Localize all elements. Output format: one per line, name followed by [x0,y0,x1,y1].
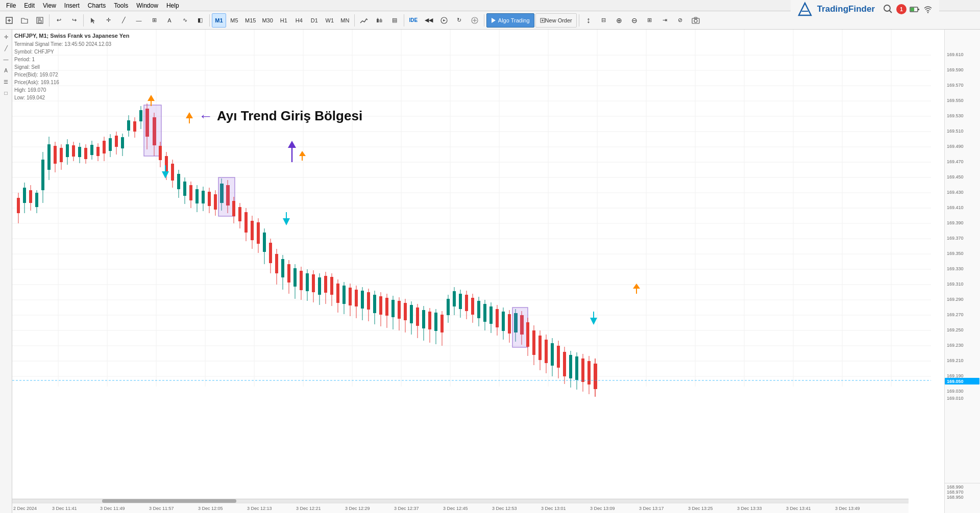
svg-rect-76 [35,193,38,207]
price-label-2: 169.570 [947,83,964,88]
tf-logo-icon [797,1,813,17]
chart-type-candle[interactable] [372,13,386,28]
scroll-thumb[interactable] [102,499,236,503]
undo-button[interactable]: ↩ [52,13,66,28]
zoom-in-button[interactable]: ↕ [581,13,596,28]
svg-rect-142 [232,201,235,216]
menu-window[interactable]: Window [132,1,162,10]
candle-group-11 [373,291,407,332]
tf-mn[interactable]: MN [338,13,352,28]
algo-trading-button[interactable]: Algo Trading [486,13,534,28]
svg-rect-230 [502,312,505,331]
tf-d1[interactable]: D1 [307,13,322,28]
menu-edit[interactable]: Edit [20,1,39,10]
lt-line[interactable]: ╱ [1,43,11,53]
hline-button[interactable]: — [132,13,146,28]
ide-button[interactable]: IDE [406,13,421,28]
svg-rect-100 [109,138,112,151]
price-label-13: 169.350 [947,251,964,256]
svg-rect-86 [66,144,69,157]
svg-rect-110 [139,110,142,121]
autoscroll-button[interactable]: ⇥ [658,13,672,28]
svg-rect-115 [144,105,161,156]
scroll-bar[interactable] [12,499,909,503]
svg-rect-127 [189,185,192,200]
price-label-10: 169.410 [947,205,964,210]
new-order-label: New Order [545,17,572,23]
svg-point-28 [927,12,928,13]
menu-insert[interactable]: Insert [60,1,84,10]
svg-rect-94 [90,145,93,155]
back-button[interactable]: ◀◀ [422,13,436,28]
new-order-button[interactable]: New Order [535,13,577,28]
svg-rect-228 [496,309,499,327]
menu-file[interactable]: File [2,1,20,10]
menu-charts[interactable]: Charts [84,1,110,10]
svg-rect-27 [911,8,914,11]
period-sep-button[interactable]: ⊘ [673,13,688,28]
redo-button[interactable]: ↪ [67,13,81,28]
zoom-minus-button[interactable]: ⊖ [627,13,642,28]
time-label-1: 3 Dec 11:41 [52,506,77,511]
svg-rect-168 [312,274,315,292]
tf-h1[interactable]: H1 [277,13,291,28]
zoom-out-button[interactable]: ⊕ [612,13,626,28]
save-button[interactable] [33,13,47,28]
menu-view[interactable]: View [39,1,60,10]
svg-rect-80 [47,144,51,170]
price-label-20: 169.210 [947,358,964,363]
lt-text[interactable]: A [1,65,11,75]
open-button[interactable] [17,13,32,28]
tf-w1[interactable]: W1 [323,13,337,28]
screenshot-button[interactable] [689,13,703,28]
svg-rect-259 [587,361,591,384]
tf-m5[interactable]: M5 [227,13,241,28]
lt-fib[interactable]: ☰ [1,76,11,87]
tf-h4[interactable]: H4 [292,13,306,28]
lt-cursor[interactable]: ✛ [1,32,11,42]
indicator-button[interactable] [468,13,482,28]
svg-rect-72 [23,188,26,203]
chart-type-bar[interactable]: ▤ [387,13,402,28]
chart-panel[interactable]: ← Ayı Trend Giriş Bölgesi CHFJPY, M1; Sw… [12,30,944,513]
lt-hline[interactable]: — [1,54,11,64]
period-button[interactable]: ∿ [178,13,192,28]
svg-rect-70 [17,198,20,213]
price-label-0: 169.610 [947,52,964,57]
menu-tools[interactable]: Tools [110,1,132,10]
tf-m1[interactable]: M1 [212,13,226,28]
tf-m30[interactable]: M30 [259,13,275,28]
crosshair-button[interactable]: ✛ [101,13,115,28]
tf-m15[interactable]: M15 [242,13,258,28]
refresh-button[interactable]: ↻ [452,13,467,28]
menu-help[interactable]: Help [162,1,183,10]
zoom-candles-button[interactable]: ⊟ [597,13,611,28]
svg-rect-202 [416,307,419,326]
new-chart-button[interactable] [2,13,16,28]
algo-trading-label: Algo Trading [498,17,530,23]
svg-rect-82 [54,146,57,164]
svg-rect-241 [532,330,535,355]
svg-rect-237 [512,307,528,347]
price-label-16: 169.290 [947,297,964,302]
objects-button[interactable]: ◧ [193,13,207,28]
cursor-button[interactable] [86,13,100,28]
svg-rect-232 [508,314,511,334]
notification-badge[interactable]: 1 [896,4,906,14]
svg-rect-176 [336,284,339,303]
time-label-11: 3 Dec 13:01 [541,506,566,511]
lt-rect[interactable]: □ [1,88,11,98]
chart-type-line[interactable] [357,13,371,28]
svg-rect-146 [244,212,248,233]
text-button[interactable]: A [162,13,177,28]
svg-rect-164 [300,271,303,290]
line-draw-button[interactable]: ╱ [116,13,131,28]
grid-button[interactable]: ⊞ [643,13,657,28]
time-label-17: 3 Dec 13:49 [835,506,860,511]
price-label-14: 169.330 [947,266,964,271]
tools-button[interactable]: ⊞ [147,13,161,28]
svg-rect-123 [177,174,180,189]
svg-rect-166 [306,273,309,291]
compile-button[interactable] [437,13,451,28]
search-icon[interactable] [883,4,893,14]
